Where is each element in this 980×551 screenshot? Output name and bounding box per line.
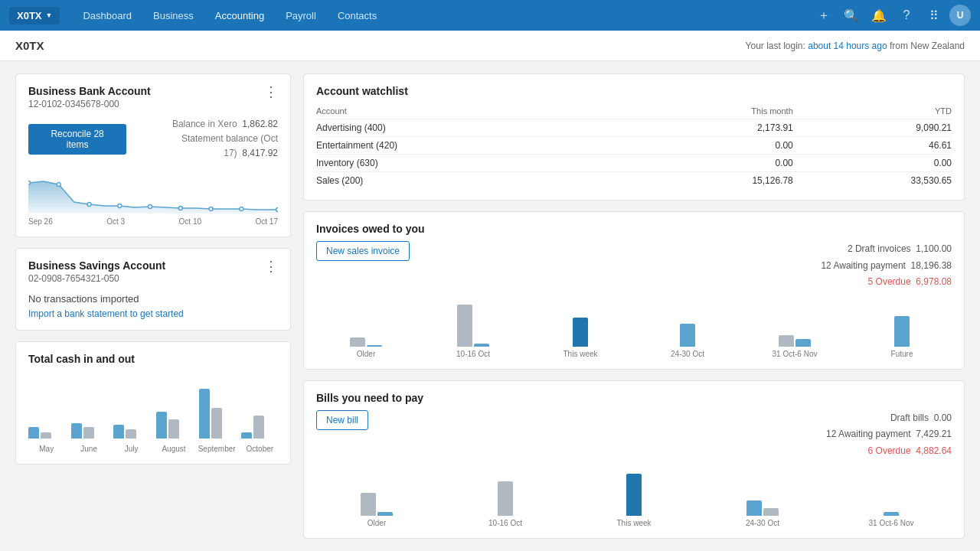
label-july: July (113, 445, 149, 453)
inv-label-thisweek: This week (563, 350, 597, 358)
chart-label-sep26: Sep 26 (28, 217, 53, 226)
bar-sep-out (211, 408, 222, 439)
nav-contacts[interactable]: Contacts (327, 0, 387, 31)
nav-dashboard[interactable]: Dashboard (72, 0, 142, 31)
bills-card: Bills you need to pay New bill Draft bil… (303, 380, 965, 539)
bill-bar-older-gray (361, 493, 376, 516)
watchlist-thismonth: 15,126.78 (632, 172, 793, 190)
savings-menu-icon[interactable]: ⋮ (264, 259, 278, 273)
invoice-overdue-row: 5 Overdue 6,978.08 (821, 274, 952, 291)
bell-icon[interactable]: 🔔 (867, 3, 891, 28)
inv-bars-thisweek (573, 318, 588, 347)
watchlist-col-ytd: YTD (793, 103, 952, 119)
last-login-time[interactable]: about 14 hours ago (808, 41, 887, 51)
bar-july-in (113, 425, 124, 439)
top-navigation: X0TX ▼ Dashboard Business Accounting Pay… (0, 0, 980, 31)
inv-bars-24-30 (680, 324, 695, 347)
bar-group-october (241, 416, 278, 439)
bank-card-title: Business Bank Account (28, 85, 151, 97)
inv-group-31oct: 31 Oct-6 Nov (745, 335, 844, 358)
inv-group-thisweek: This week (531, 318, 630, 358)
bill-label-thisweek: This week (616, 519, 651, 527)
invoices-chart: Older 10-16 Oct (316, 305, 952, 358)
bar-june-in (71, 423, 82, 439)
reconcile-button[interactable]: Reconcile 28 items (28, 124, 126, 155)
savings-card-title: Business Savings Account (28, 259, 165, 272)
nav-business[interactable]: Business (142, 0, 204, 31)
label-may: May (28, 445, 64, 453)
search-icon[interactable]: 🔍 (839, 3, 864, 28)
watchlist-account: Entertainment (420) (316, 137, 632, 155)
import-statement-link[interactable]: Import a bank statement to get started (28, 308, 184, 319)
chart-label-oct3: Oct 3 (106, 217, 125, 226)
grid-icon[interactable]: ⠿ (922, 3, 946, 28)
label-october: October (242, 445, 278, 453)
inv-bars-31oct (779, 335, 811, 347)
watchlist-row: Sales (200) 15,126.78 33,530.65 (316, 172, 952, 190)
help-icon[interactable]: ? (894, 3, 919, 28)
last-login-suffix: from New Zealand (887, 41, 965, 51)
inv-bar-31oct-blue (795, 339, 811, 347)
bill-bars-thisweek (626, 474, 642, 516)
bank-menu-icon[interactable]: ⋮ (264, 85, 278, 99)
user-avatar[interactable]: U (949, 5, 971, 26)
inv-bars-10-16 (457, 305, 489, 347)
add-icon[interactable]: ＋ (812, 3, 836, 28)
bills-content: New bill Draft bills 0.00 12 Awaiting pa… (316, 410, 952, 466)
org-selector[interactable]: X0TX ▼ (9, 7, 60, 24)
cash-bar-labels: May June July August September October (28, 445, 278, 453)
bill-label-31oct: 31 Oct-6 Nov (869, 519, 914, 527)
invoice-awaiting-value: 18,196.38 (911, 260, 952, 271)
bill-bars-24-30 (746, 500, 779, 516)
nav-right-actions: ＋ 🔍 🔔 ? ⠿ U (812, 3, 971, 28)
bank-card-titles: Business Bank Account 12-0102-0345678-00… (28, 85, 151, 109)
org-title: X0TX (15, 39, 44, 52)
invoice-draft-value: 1,100.00 (916, 243, 952, 254)
invoices-title: Invoices owed to you (316, 223, 952, 235)
bar-group-september (199, 389, 236, 439)
left-column: Business Bank Account 12-0102-0345678-00… (15, 73, 291, 539)
bill-label-10-16: 10-16 Oct (488, 519, 522, 527)
bill-bar-1016-gray (498, 481, 513, 516)
new-invoice-button[interactable]: New sales invoice (316, 241, 410, 261)
bills-summary: Draft bills 0.00 12 Awaiting payment 7,4… (826, 410, 952, 460)
bar-group-july (113, 425, 150, 439)
invoice-overdue-value: 6,978.08 (916, 276, 952, 287)
invoice-summary: 2 Draft invoices 1,100.00 12 Awaiting pa… (821, 241, 952, 291)
cash-title: Total cash in and out (28, 353, 278, 365)
bill-group-31oct: 31 Oct-6 Nov (831, 512, 952, 527)
nav-accounting[interactable]: Accounting (204, 0, 275, 31)
nav-payroll[interactable]: Payroll (275, 0, 327, 31)
bill-group-older: Older (316, 493, 437, 527)
statement-balance-value: 8,417.92 (242, 148, 278, 158)
savings-bank-card: Business Savings Account 02-0908-7654321… (15, 248, 291, 331)
nav-links: Dashboard Business Accounting Payroll Co… (72, 0, 812, 31)
bills-chart: Older 10-16 Oct This week (316, 474, 952, 527)
invoice-draft-row: 2 Draft invoices 1,100.00 (821, 241, 952, 258)
inv-bar-1016-blue (474, 344, 489, 347)
bar-oct-in (241, 432, 252, 439)
inv-bar-1016-gray (457, 305, 472, 347)
balance-info: Balance in Xero 1,862.82 Statement balan… (126, 117, 278, 161)
chart-x-labels: Sep 26 Oct 3 Oct 10 Oct 17 (28, 217, 278, 226)
svg-point-5 (178, 206, 182, 210)
bar-group-june (71, 423, 108, 439)
bill-group-10-16: 10-16 Oct (445, 481, 566, 527)
watchlist-col-account: Account (316, 103, 632, 119)
inv-label-10-16: 10-16 Oct (456, 350, 490, 358)
bill-bar-thisweek-blue (626, 474, 642, 516)
new-bill-button[interactable]: New bill (316, 410, 368, 430)
bar-group-august (156, 412, 193, 439)
inv-bar-31oct-gray (779, 335, 794, 347)
bills-awaiting-label: 12 Awaiting payment (826, 429, 911, 439)
last-login-prefix: Your last login: (746, 41, 808, 51)
bar-august-out (168, 419, 179, 439)
bar-may-in (28, 427, 39, 439)
bills-title: Bills you need to pay (316, 392, 952, 404)
bill-bars-31oct (884, 512, 899, 516)
watchlist-thismonth: 2,173.91 (632, 119, 793, 137)
inv-bar-future-blue (894, 316, 910, 347)
statement-balance-row: Statement balance (Oct 17) 8,417.92 (126, 132, 278, 161)
bill-label-older: Older (368, 519, 386, 527)
bills-overdue-row: 6 Overdue 4,882.64 (826, 443, 952, 460)
